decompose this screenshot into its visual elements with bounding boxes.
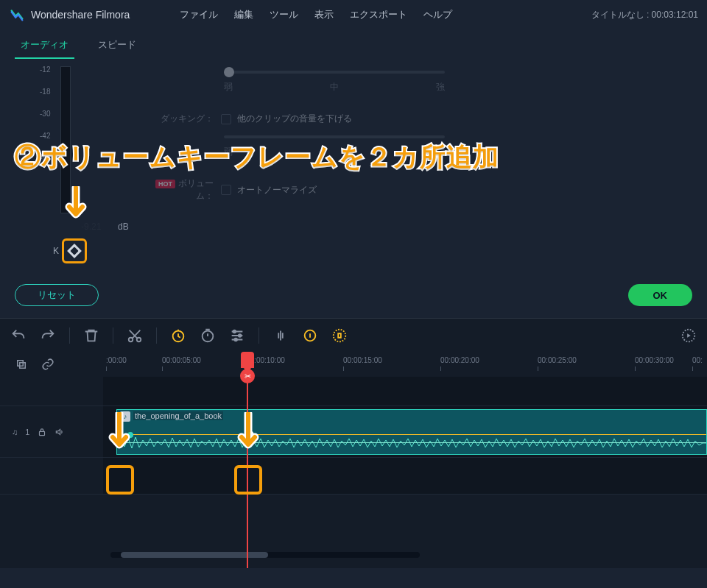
- speech-icon[interactable]: [331, 327, 348, 344]
- redo-icon[interactable]: [40, 327, 56, 344]
- annotation-arrow-2-fg: [108, 412, 130, 453]
- slider-label-strong: 強: [436, 81, 445, 93]
- slider-label-mid: 中: [330, 81, 339, 93]
- svg-point-8: [334, 329, 346, 341]
- ducking-slider[interactable]: [224, 135, 445, 138]
- tab-speed[interactable]: スピード: [92, 35, 142, 59]
- button-row: リセット OK: [0, 272, 707, 318]
- ruler-tick: 00:00:25:00: [538, 356, 577, 364]
- annotation-text: ②ボリュームキーフレームを２カ所追加: [15, 140, 499, 174]
- project-timecode: 00:03:12:01: [652, 10, 698, 20]
- menu-help[interactable]: ヘルプ: [423, 8, 452, 21]
- menu-export[interactable]: エクスポート: [350, 8, 407, 21]
- diamond-icon: [67, 244, 82, 258]
- app-logo-icon: [9, 7, 25, 23]
- svg-point-0: [129, 337, 133, 341]
- volume-line[interactable]: [117, 434, 706, 435]
- slider-label-weak: 弱: [224, 81, 233, 93]
- reset-button[interactable]: リセット: [15, 284, 99, 306]
- auto-normalize-checkbox[interactable]: [221, 185, 231, 195]
- ruler-tick: 00:00:05:00: [162, 356, 201, 364]
- playhead-cut-icon[interactable]: ✂: [240, 369, 255, 383]
- clip-border-line: [117, 442, 706, 443]
- annotation-highlight-1: [106, 465, 134, 495]
- annotation-highlight-2: [234, 465, 262, 495]
- svg-point-3: [203, 330, 214, 341]
- tab-audio[interactable]: オーディオ: [15, 35, 74, 59]
- hot-badge: HOT: [155, 180, 175, 188]
- project-name: タイトルなし: [591, 10, 644, 20]
- menu-edit[interactable]: 編集: [234, 8, 253, 21]
- db-tick: -42: [40, 132, 50, 140]
- ruler-tick: 00:00:20:00: [440, 356, 479, 364]
- intensity-slider[interactable]: [224, 71, 445, 74]
- ok-button[interactable]: OK: [628, 284, 693, 306]
- slider-thumb[interactable]: [224, 67, 234, 77]
- kf-prev[interactable]: K: [53, 246, 59, 256]
- music-note-icon: ♫: [12, 428, 18, 436]
- svg-point-4: [233, 330, 236, 333]
- volume-label: ボリューム：: [178, 178, 214, 201]
- lock-icon[interactable]: [37, 427, 47, 437]
- annotation-arrow-1-fg: [65, 186, 87, 223]
- ruler-tick: 00:00:15:00: [343, 356, 382, 364]
- panel-tabs: オーディオ スピード: [0, 29, 707, 59]
- track-number: 1: [25, 428, 29, 436]
- db-tick: -30: [40, 110, 50, 118]
- menu-file[interactable]: ファイル: [180, 8, 218, 21]
- ducking-label: ダッキング：: [147, 113, 214, 125]
- ruler-tick: 00:: [692, 356, 703, 364]
- svg-point-6: [234, 338, 237, 341]
- adjust-icon[interactable]: [229, 327, 245, 344]
- svg-rect-12: [40, 431, 45, 435]
- delete-icon[interactable]: [83, 327, 99, 344]
- audio-track-header: ♫ 1: [0, 406, 103, 457]
- add-keyframe-button[interactable]: [62, 238, 87, 263]
- svg-point-1: [137, 337, 141, 341]
- audio-clip[interactable]: ♪ the_opening_of_a_book: [116, 409, 707, 455]
- ducking-desc: 他のクリップの音量を下げる: [237, 113, 352, 125]
- waveform: [117, 433, 706, 453]
- menu-tools[interactable]: ツール: [270, 8, 298, 21]
- timer-icon[interactable]: [200, 327, 216, 344]
- keyframe-controls: K: [62, 238, 87, 263]
- db-tick: -12: [40, 66, 50, 74]
- cut-icon[interactable]: [127, 327, 143, 344]
- db-tick: -18: [40, 88, 50, 96]
- timeline-toolbar: [0, 318, 707, 352]
- link-icon[interactable]: [41, 358, 54, 371]
- ruler-row: :00:0000:00:05:0000:00:10:0000:00:15:000…: [0, 352, 707, 377]
- copy-tracks-icon[interactable]: [15, 358, 28, 371]
- playhead-handle[interactable]: [241, 352, 254, 368]
- annotation-arrow-3-fg: [237, 412, 259, 453]
- enhance-icon[interactable]: [302, 327, 318, 344]
- render-icon[interactable]: [680, 327, 697, 344]
- clip-name: the_opening_of_a_book: [133, 411, 223, 420]
- main-menu: ファイル 編集 ツール 表示 エクスポート ヘルプ: [180, 8, 452, 21]
- svg-point-5: [239, 334, 242, 337]
- time-ruler[interactable]: :00:0000:00:05:0000:00:10:0000:00:15:000…: [103, 352, 707, 377]
- horizontal-scrollbar[interactable]: [110, 552, 420, 558]
- menu-view[interactable]: 表示: [314, 8, 334, 21]
- audio-icon[interactable]: [272, 327, 289, 344]
- speaker-icon[interactable]: [54, 427, 65, 437]
- audio-track-area[interactable]: ♪ the_opening_of_a_book: [103, 406, 707, 457]
- project-info: タイトルなし : 00:03:12:01: [591, 9, 698, 21]
- app-title: Wondershare Filmora: [31, 9, 130, 21]
- ruler-tick: 00:00:30:00: [635, 356, 674, 364]
- auto-normalize-label: オートノーマライズ: [237, 184, 317, 196]
- speed-icon[interactable]: [170, 327, 186, 344]
- ducking-checkbox[interactable]: [221, 114, 231, 124]
- top-bar: Wondershare Filmora ファイル 編集 ツール 表示 エクスポー…: [0, 0, 707, 29]
- ruler-tick: :00:00: [106, 356, 127, 364]
- db-value: -9.21: [81, 222, 101, 232]
- undo-icon[interactable]: [10, 327, 27, 344]
